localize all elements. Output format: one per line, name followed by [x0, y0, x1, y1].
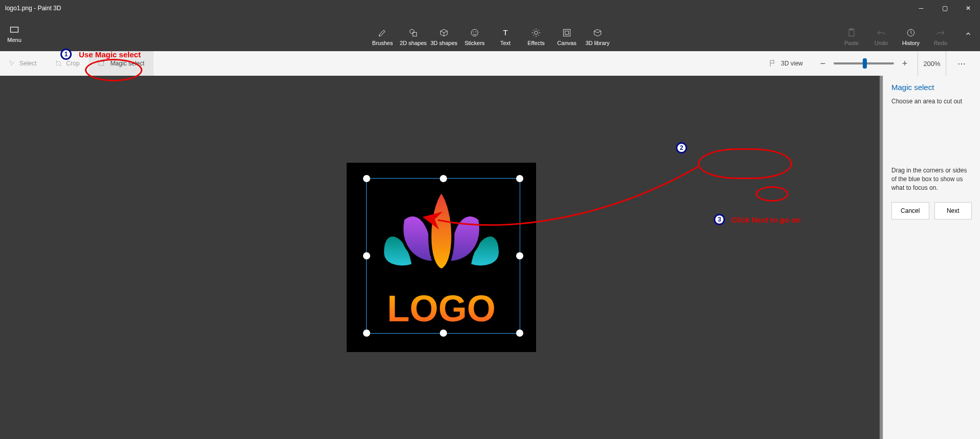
ribbon-canvas[interactable]: Canvas: [552, 19, 582, 47]
svg-line-13: [538, 35, 539, 36]
cancel-button[interactable]: Cancel: [891, 202, 929, 220]
annotation-2: 2: [676, 142, 687, 153]
handle-n[interactable]: [440, 175, 447, 182]
ribbon-brushes[interactable]: Brushes: [368, 19, 397, 47]
badge-1-icon: 1: [60, 49, 72, 60]
zoom-in-button[interactable]: +: [897, 58, 912, 69]
svg-point-3: [471, 29, 478, 36]
canvas-icon: [562, 28, 572, 38]
select-tool[interactable]: Select: [0, 51, 46, 76]
handle-s[interactable]: [440, 330, 447, 337]
handle-se[interactable]: [516, 330, 523, 337]
menu-button[interactable]: Menu: [0, 16, 29, 51]
ribbon-stickers[interactable]: Stickers: [460, 19, 489, 47]
ribbon-2d-shapes[interactable]: 2D shapes: [398, 19, 428, 47]
svg-point-1: [410, 29, 414, 33]
flag-icon: [769, 59, 777, 68]
brush-icon: [377, 28, 388, 38]
text-icon: T: [500, 28, 510, 38]
window-title: logo1.png - Paint 3D: [0, 5, 61, 12]
svg-text:T: T: [503, 28, 507, 37]
zoom-out-button[interactable]: −: [815, 58, 830, 69]
ribbon-effects[interactable]: Effects: [521, 19, 551, 47]
zoom-slider-thumb[interactable]: [863, 58, 867, 69]
ribbon-undo: Undo: [866, 19, 896, 47]
svg-line-14: [533, 35, 534, 36]
ribbon-3d-shapes[interactable]: 3D shapes: [429, 19, 459, 47]
more-options-button[interactable]: ⋯: [951, 59, 972, 69]
ribbon-3d-library[interactable]: 3D library: [583, 19, 612, 47]
svg-point-7: [535, 31, 538, 35]
selection-box[interactable]: [366, 178, 520, 334]
next-button[interactable]: Next: [934, 202, 972, 220]
shapes-2d-icon: [408, 28, 418, 38]
menu-label: Menu: [7, 37, 22, 43]
handle-w[interactable]: [363, 252, 370, 259]
svg-rect-16: [563, 29, 570, 36]
zoom-slider[interactable]: [834, 62, 894, 64]
shapes-3d-icon: [439, 28, 449, 38]
svg-rect-0: [11, 27, 18, 32]
svg-point-4: [473, 32, 474, 33]
side-panel: Magic select Choose an area to cut out D…: [883, 76, 980, 439]
crop-icon: [55, 60, 62, 67]
canvas-area[interactable]: LOGO: [0, 76, 883, 439]
ribbon: Menu Brushes 2D shapes 3D shapes Sticker…: [0, 16, 980, 51]
chevron-up-icon: [965, 30, 972, 37]
3d-view-toggle[interactable]: 3D view: [761, 51, 810, 76]
handle-nw[interactable]: [363, 175, 370, 182]
effects-icon: [531, 28, 541, 38]
titlebar: logo1.png - Paint 3D ─ ▢ ✕: [0, 0, 980, 16]
magic-select-icon: [98, 59, 106, 68]
handle-e[interactable]: [516, 252, 523, 259]
svg-line-12: [533, 30, 534, 31]
expand-ribbon-button[interactable]: [956, 16, 980, 51]
sticker-icon: [470, 28, 480, 38]
library-icon: [592, 28, 603, 38]
maximize-button[interactable]: ▢: [933, 0, 956, 16]
handle-sw[interactable]: [363, 330, 370, 337]
canvas-image: LOGO: [347, 163, 536, 352]
close-button[interactable]: ✕: [956, 0, 980, 16]
sub-toolbar: Select Crop Magic select 3D view − + 200…: [0, 51, 980, 76]
annotation-3: 3 Click Next to go on: [714, 214, 801, 225]
paste-icon: [846, 28, 857, 38]
panel-hint: Drag in the corners or sides of the blue…: [891, 166, 972, 192]
badge-2-icon: 2: [676, 142, 687, 153]
ribbon-text[interactable]: T Text: [491, 19, 520, 47]
handle-ne[interactable]: [516, 175, 523, 182]
ribbon-paste: Paste: [837, 19, 866, 47]
annotation-1: 1 Use Magic select: [60, 49, 141, 60]
history-icon: [906, 28, 916, 38]
zoom-value[interactable]: 200%: [918, 51, 946, 76]
cursor-icon: [8, 60, 15, 67]
minimize-button[interactable]: ─: [909, 0, 933, 16]
redo-icon: [935, 28, 946, 38]
annotation-1-text: Use Magic select: [79, 50, 141, 59]
panel-subtitle: Choose an area to cut out: [891, 98, 972, 105]
badge-3-icon: 3: [714, 214, 725, 225]
undo-icon: [876, 28, 886, 38]
annotation-3-text: Click Next to go on: [731, 215, 801, 224]
svg-rect-21: [99, 61, 103, 65]
ribbon-redo: Redo: [926, 19, 955, 47]
panel-title: Magic select: [891, 83, 972, 92]
svg-rect-17: [565, 31, 569, 35]
ribbon-history[interactable]: History: [896, 19, 926, 47]
svg-line-15: [538, 30, 539, 31]
svg-point-5: [476, 32, 477, 33]
folder-icon: [9, 25, 19, 35]
